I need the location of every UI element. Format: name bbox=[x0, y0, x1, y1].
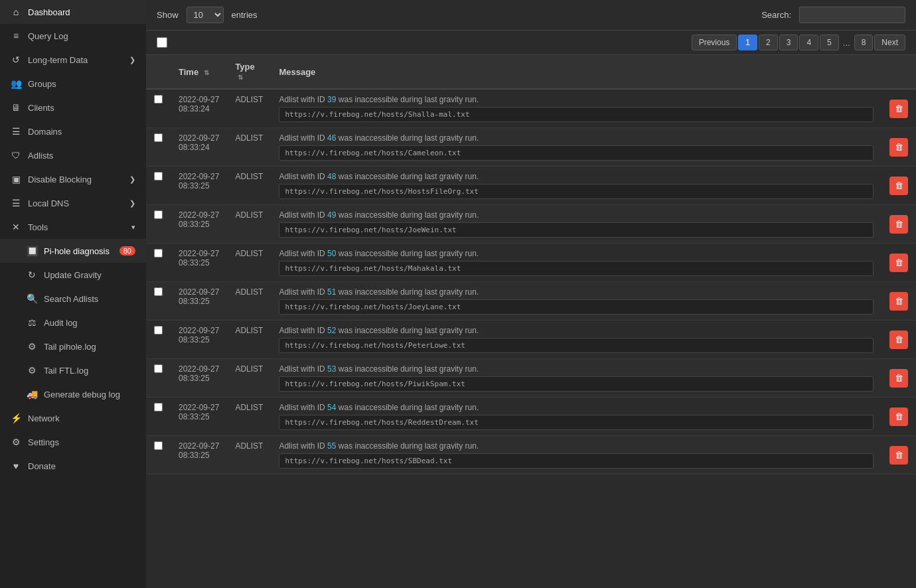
sidebar-item-domains[interactable]: ☰ Domains bbox=[0, 119, 146, 143]
sidebar-item-adlists[interactable]: 🛡 Adlists bbox=[0, 143, 146, 167]
sidebar-item-tail-ftl[interactable]: ⚙ Tail FTL.log bbox=[0, 358, 146, 382]
delete-button[interactable]: 🗑 bbox=[889, 100, 908, 118]
adlist-id-link[interactable]: 54 bbox=[327, 403, 336, 412]
sidebar-item-label: Pi-hole diagnosis bbox=[44, 246, 110, 256]
show-entries-select[interactable]: 10 25 50 100 bbox=[187, 7, 224, 23]
donate-icon: ♥ bbox=[11, 461, 21, 471]
delete-button[interactable]: 🗑 bbox=[889, 331, 908, 349]
adlist-url: https://v.firebog.net/hosts/ReddestDream… bbox=[279, 415, 874, 430]
delete-button[interactable]: 🗑 bbox=[889, 446, 908, 465]
row-checkbox-cell bbox=[146, 321, 171, 359]
sidebar-item-network[interactable]: ⚡ Network bbox=[0, 406, 146, 430]
row-type: ADLIST bbox=[227, 282, 271, 321]
table-row: 2022-09-2708:33:25ADLISTAdlist with ID 5… bbox=[146, 321, 916, 359]
previous-button[interactable]: Previous bbox=[692, 35, 737, 50]
row-time: 2022-09-2708:33:25 bbox=[171, 167, 227, 205]
groups-icon: 👥 bbox=[11, 78, 21, 89]
page-2-button[interactable]: 2 bbox=[759, 35, 778, 50]
delete-button[interactable]: 🗑 bbox=[889, 292, 908, 311]
sidebar-item-generate-debug[interactable]: 🚚 Generate debug log bbox=[0, 382, 146, 406]
row-checkbox[interactable] bbox=[154, 172, 163, 181]
delete-button[interactable]: 🗑 bbox=[889, 215, 908, 234]
tools-icon: ✕ bbox=[11, 222, 21, 232]
row-type: ADLIST bbox=[227, 167, 271, 205]
sidebar-item-audit-log[interactable]: ⚖ Audit log bbox=[0, 311, 146, 334]
row-type: ADLIST bbox=[227, 205, 271, 244]
adlist-id-link[interactable]: 51 bbox=[327, 287, 336, 297]
search-label: Search: bbox=[761, 10, 791, 20]
select-all-checkbox[interactable] bbox=[157, 37, 167, 48]
adlist-id-link[interactable]: 50 bbox=[327, 249, 336, 258]
adlist-id-link[interactable]: 49 bbox=[327, 210, 336, 220]
chevron-right-icon: ❯ bbox=[129, 175, 135, 184]
sidebar-item-dashboard[interactable]: ⌂ Dashboard bbox=[0, 0, 146, 24]
row-checkbox[interactable] bbox=[154, 403, 163, 411]
sidebar-item-disable-blocking[interactable]: ▣ Disable Blocking ❯ bbox=[0, 167, 146, 191]
adlist-id-link[interactable]: 46 bbox=[327, 133, 336, 143]
delete-button[interactable]: 🗑 bbox=[889, 369, 908, 388]
sidebar-item-label: Long-term Data bbox=[28, 55, 88, 65]
table-body: 2022-09-2708:33:24ADLISTAdlist with ID 3… bbox=[146, 89, 916, 475]
sidebar-item-query-log[interactable]: ≡ Query Log bbox=[0, 24, 146, 48]
row-message-text: Adlist with ID 53 was inaccessible durin… bbox=[279, 364, 874, 374]
clients-icon: 🖥 bbox=[11, 102, 21, 113]
page-5-button[interactable]: 5 bbox=[820, 35, 839, 50]
sidebar-item-groups[interactable]: 👥 Groups bbox=[0, 72, 146, 96]
sidebar-item-label: Dashboard bbox=[28, 7, 70, 17]
tail-ftl-icon: ⚙ bbox=[27, 365, 37, 376]
sidebar-item-search-adlists[interactable]: 🔍 Search Adlists bbox=[0, 287, 146, 311]
table-row: 2022-09-2708:33:25ADLISTAdlist with ID 5… bbox=[146, 398, 916, 436]
row-checkbox-cell bbox=[146, 244, 171, 282]
pagination-bar: Previous 1 2 3 4 5 ... 8 Next bbox=[146, 31, 916, 55]
query-log-icon: ≡ bbox=[11, 31, 21, 41]
diagnosis-table: Time ⇅ Type ⇅ Message 2022-09-2708:33:24… bbox=[146, 55, 916, 475]
sidebar-item-update-gravity[interactable]: ↻ Update Gravity bbox=[0, 263, 146, 287]
row-checkbox[interactable] bbox=[154, 441, 163, 450]
row-time: 2022-09-2708:33:25 bbox=[171, 359, 227, 398]
adlist-id-link[interactable]: 39 bbox=[327, 95, 336, 104]
table-row: 2022-09-2708:33:25ADLISTAdlist with ID 5… bbox=[146, 244, 916, 282]
row-message-text: Adlist with ID 48 was inaccessible durin… bbox=[279, 172, 874, 181]
sidebar-item-label: Network bbox=[28, 413, 60, 423]
page-1-button[interactable]: 1 bbox=[738, 35, 757, 50]
row-message: Adlist with ID 51 was inaccessible durin… bbox=[271, 282, 881, 321]
adlist-url: https://v.firebog.net/hosts/HostsFileOrg… bbox=[279, 184, 874, 199]
sidebar-item-tools[interactable]: ✕ Tools ▾ bbox=[0, 215, 146, 239]
sidebar-item-label: Tools bbox=[28, 222, 48, 232]
row-checkbox[interactable] bbox=[154, 287, 163, 296]
row-checkbox[interactable] bbox=[154, 210, 163, 219]
page-3-button[interactable]: 3 bbox=[779, 35, 799, 50]
sidebar-item-donate[interactable]: ♥ Donate bbox=[0, 454, 146, 478]
adlist-id-link[interactable]: 53 bbox=[327, 364, 336, 374]
delete-button[interactable]: 🗑 bbox=[889, 138, 908, 157]
row-checkbox-cell bbox=[146, 128, 171, 167]
row-checkbox[interactable] bbox=[154, 326, 163, 334]
row-checkbox[interactable] bbox=[154, 133, 163, 142]
search-input[interactable] bbox=[799, 7, 905, 23]
sidebar-item-long-term-data[interactable]: ↺ Long-term Data ❯ bbox=[0, 48, 146, 72]
next-button[interactable]: Next bbox=[874, 35, 905, 50]
sidebar-item-settings[interactable]: ⚙ Settings bbox=[0, 430, 146, 454]
adlist-id-link[interactable]: 55 bbox=[327, 441, 336, 451]
row-checkbox[interactable] bbox=[154, 95, 163, 104]
diagnosis-badge: 80 bbox=[119, 246, 135, 256]
delete-button[interactable]: 🗑 bbox=[889, 254, 908, 272]
sidebar-item-tail-pihole[interactable]: ⚙ Tail pihole.log bbox=[0, 334, 146, 358]
adlist-id-link[interactable]: 52 bbox=[327, 326, 336, 335]
sidebar-item-pi-hole-diagnosis[interactable]: 🔲 Pi-hole diagnosis 80 bbox=[0, 239, 146, 263]
col-time[interactable]: Time ⇅ bbox=[171, 55, 227, 89]
row-checkbox[interactable] bbox=[154, 249, 163, 257]
sidebar-item-local-dns[interactable]: ☰ Local DNS ❯ bbox=[0, 191, 146, 215]
delete-button[interactable]: 🗑 bbox=[889, 177, 908, 195]
update-gravity-icon: ↻ bbox=[27, 269, 37, 280]
chevron-right-icon: ❯ bbox=[129, 56, 135, 64]
delete-button[interactable]: 🗑 bbox=[889, 407, 908, 426]
row-type: ADLIST bbox=[227, 436, 271, 475]
page-4-button[interactable]: 4 bbox=[799, 35, 818, 50]
sidebar-item-clients[interactable]: 🖥 Clients bbox=[0, 96, 146, 119]
page-8-button[interactable]: 8 bbox=[854, 35, 874, 50]
adlist-id-link[interactable]: 48 bbox=[327, 172, 336, 181]
adlist-url: https://v.firebog.net/hosts/JoeWein.txt bbox=[279, 222, 874, 238]
row-checkbox[interactable] bbox=[154, 364, 163, 373]
col-type[interactable]: Type ⇅ bbox=[227, 55, 271, 89]
